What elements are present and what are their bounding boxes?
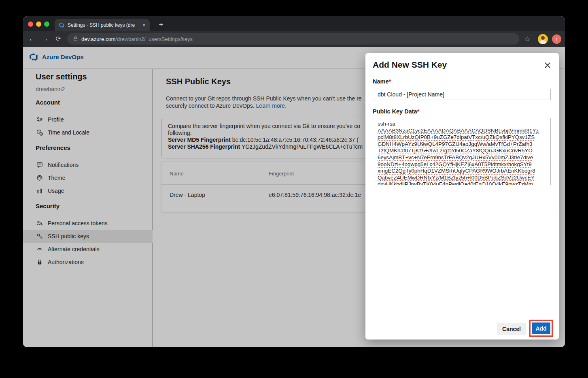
modal-button-row: Cancel Add <box>365 318 559 340</box>
add-button-highlight: Add <box>529 320 553 337</box>
padlock-icon <box>74 38 77 41</box>
window-close-button[interactable] <box>28 21 33 27</box>
browser-update-icon[interactable]: ↑ <box>552 34 561 44</box>
public-key-field-label: Public Key Data* <box>373 108 419 115</box>
name-input[interactable] <box>373 89 551 100</box>
avatar-head <box>541 36 545 40</box>
window-zoom-button[interactable] <box>44 21 49 27</box>
browser-tab-bar: Settings · SSH public keys (dre × + <box>23 16 565 31</box>
avatar-torso <box>539 40 546 44</box>
add-button[interactable]: Add <box>532 322 550 334</box>
required-asterisk: * <box>417 108 420 115</box>
desktop-background: Settings · SSH public keys (dre × + ← → … <box>0 0 588 378</box>
close-icon[interactable] <box>543 61 552 69</box>
new-tab-button[interactable]: + <box>156 19 166 30</box>
reload-icon[interactable]: ⟳ <box>53 34 64 44</box>
name-field-label: Name* <box>373 78 391 85</box>
window-minimize-button[interactable] <box>36 21 41 27</box>
browser-tab[interactable]: Settings · SSH public keys (dre × <box>55 19 150 31</box>
azure-devops-favicon <box>59 22 64 28</box>
address-bar[interactable]: dev.azure.com/drewbanin2/_usersSettings/… <box>67 33 519 45</box>
forward-icon[interactable]: → <box>40 34 50 44</box>
browser-window: Settings · SSH public keys (dre × + ← → … <box>23 16 565 347</box>
back-icon[interactable]: ← <box>27 34 37 44</box>
modal-title: Add New SSH Key <box>373 60 447 70</box>
tab-title: Settings · SSH public keys (dre <box>68 22 140 28</box>
url-domain: dev.azure.com <box>81 36 115 42</box>
bookmark-star-icon[interactable]: ☆ <box>522 34 533 45</box>
browser-toolbar: ← → ⟳ dev.azure.com/drewbanin2/_usersSet… <box>23 31 565 47</box>
add-ssh-key-modal: Add New SSH Key Name* Public Key Data* s… <box>365 53 559 340</box>
public-key-textarea[interactable]: ssh-rsa AAAAB3NzaC1yc2EAAAADAQABAAACAQDS… <box>373 118 551 185</box>
required-asterisk: * <box>389 78 391 85</box>
browser-profile-avatar[interactable] <box>538 34 548 44</box>
cancel-button[interactable]: Cancel <box>497 323 526 335</box>
tab-close-icon[interactable]: × <box>142 22 146 28</box>
url-path: /drewbanin2/_usersSettings/keys <box>115 36 193 42</box>
